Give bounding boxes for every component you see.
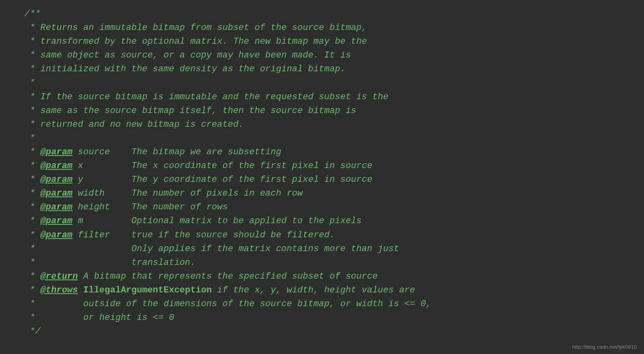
code-line: * or height is <= 0 — [24, 311, 632, 325]
code-line: */ — [24, 325, 632, 339]
code-line: * outside of the dimensions of the sourc… — [24, 297, 632, 311]
keyword-tag: @param — [41, 161, 73, 171]
code-line: * @param width The number of pixels in e… — [24, 187, 632, 200]
code-line: * returned and no new bitmap is created. — [24, 118, 632, 132]
code-line: * @param height The number of rows — [24, 200, 632, 214]
code-line: * transformed by the optional matrix. Th… — [24, 35, 632, 49]
code-line: * same as the source bitmap itself, then… — [24, 104, 632, 118]
code-line: * — [24, 76, 632, 90]
keyword-tag: @param — [41, 216, 73, 226]
code-line: * Only applies if the matrix contains mo… — [24, 242, 632, 256]
code-line: * — [24, 132, 632, 145]
code-line: * If the source bitmap is immutable and … — [24, 90, 632, 104]
code-line: * @return A bitmap that represents the s… — [24, 270, 632, 284]
code-line: * @throws IllegalArgumentException if th… — [24, 284, 632, 297]
keyword-tag: @return — [41, 271, 78, 281]
keyword-tag: @param — [41, 230, 73, 240]
keyword-tag: @param — [41, 147, 73, 157]
code-container: /** * Returns an immutable bitmap from s… — [0, 0, 644, 354]
code-block: /** * Returns an immutable bitmap from s… — [24, 7, 632, 339]
keyword-tag: @param — [41, 188, 73, 198]
code-line: /** — [24, 7, 632, 21]
code-line: * @param y The y coordinate of the first… — [24, 173, 632, 187]
code-line: * Returns an immutable bitmap from subse… — [24, 21, 632, 35]
bold-text: IllegalArgumentException — [83, 285, 212, 295]
keyword-tag: @param — [41, 175, 73, 185]
code-line: * @param x The x coordinate of the first… — [24, 159, 632, 173]
keyword-tag: @throws — [41, 285, 78, 295]
code-line: * same object as source, or a copy may h… — [24, 49, 632, 62]
code-line: * initialized with the same density as t… — [24, 62, 632, 76]
code-line: * @param m Optional matrix to be applied… — [24, 214, 632, 228]
watermark: http://blog.csdn.net/tyk0910 — [572, 344, 637, 350]
code-line: * @param source The bitmap we are subset… — [24, 145, 632, 159]
keyword-tag: @param — [41, 202, 73, 212]
code-line: * @param filter true if the source shoul… — [24, 228, 632, 242]
code-line: * translation. — [24, 256, 632, 270]
